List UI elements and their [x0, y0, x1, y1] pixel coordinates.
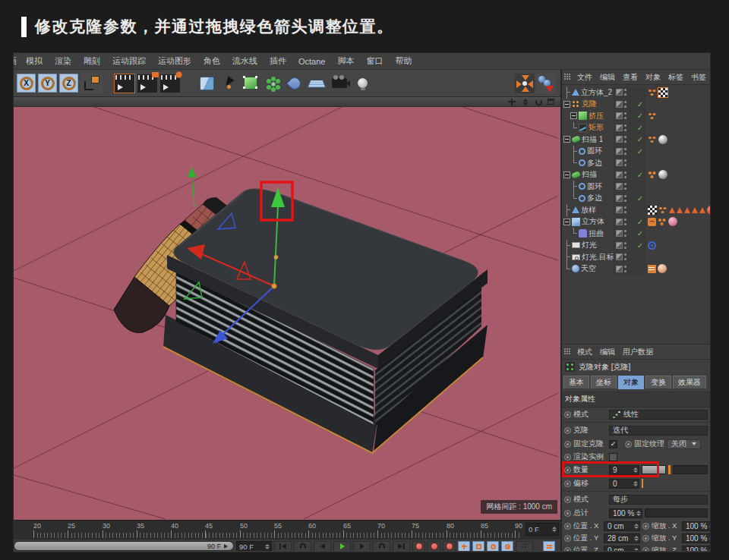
scale-y-field[interactable]: 100 % [682, 533, 710, 543]
enable-toggle[interactable] [636, 181, 645, 193]
current-frame-field[interactable]: 0 F [525, 523, 559, 536]
tree-item-cube-2[interactable]: 立方体_2 [562, 87, 710, 99]
enable-toggle[interactable] [636, 146, 645, 158]
keyframe-circle-icon[interactable] [564, 480, 571, 487]
zoom-icon[interactable] [522, 99, 530, 105]
scale-x-field[interactable]: 100 % [682, 521, 710, 531]
y-axis-lock-button[interactable]: Y [38, 74, 57, 93]
keyframe-circle-icon[interactable] [564, 547, 571, 552]
tree-item-circle-2[interactable]: 圆环 [562, 181, 710, 193]
om-menu-bookmarks[interactable]: 书签 [687, 72, 710, 83]
keyframe-circle-icon[interactable] [625, 441, 632, 448]
count-slider-handle[interactable] [668, 465, 671, 474]
phong-tag[interactable] [648, 218, 656, 226]
spinner-icon[interactable] [264, 544, 269, 549]
visibility-toggles[interactable] [614, 99, 636, 111]
enable-toggle[interactable] [636, 110, 645, 122]
step-mode-dropdown[interactable]: 每步 [609, 495, 708, 505]
collapse-icon[interactable] [570, 112, 577, 119]
tree-item-sweep-1[interactable]: 扫描 1 [562, 134, 710, 146]
spinner-icon[interactable] [632, 481, 637, 486]
triangle-tag[interactable] [692, 207, 698, 213]
visibility-toggles[interactable] [614, 228, 636, 240]
compositing-tag[interactable] [648, 265, 656, 273]
keyframe-circle-icon[interactable] [564, 535, 571, 542]
mode-dropdown[interactable]: 线性 [609, 410, 708, 420]
collapse-icon[interactable] [563, 171, 570, 178]
count-slider-fill[interactable] [642, 465, 666, 474]
spinner-icon[interactable] [551, 527, 556, 532]
enable-toggle[interactable] [636, 251, 645, 263]
om-menu-file[interactable]: 文件 [573, 72, 596, 83]
render-view-button[interactable] [115, 74, 134, 93]
key-rotation-toggle[interactable] [487, 541, 499, 551]
material-tag[interactable] [658, 135, 667, 144]
pos-x-field[interactable]: 0 cm [604, 521, 640, 531]
keyframe-selection-button[interactable] [443, 541, 456, 551]
keyframe-circle-icon[interactable] [564, 411, 571, 418]
goto-end-button[interactable] [393, 541, 410, 551]
spinner-icon[interactable] [708, 524, 710, 529]
prev-frame-button[interactable] [314, 541, 331, 551]
visibility-toggles[interactable] [614, 157, 636, 169]
enable-toggle[interactable] [636, 122, 645, 134]
z-axis-lock-button[interactable]: Z [59, 74, 78, 93]
menu-item-help[interactable]: 帮助 [389, 55, 418, 67]
visibility-toggles[interactable] [614, 181, 636, 193]
viewport[interactable]: 网格间距 : 1000 cm [14, 107, 560, 520]
enable-toggle[interactable] [636, 134, 645, 146]
texture-tag[interactable] [648, 206, 657, 215]
loop-back-button[interactable] [294, 541, 311, 551]
material-tag[interactable] [707, 206, 710, 215]
tree-item-sweep-2[interactable]: 扫描 [562, 169, 710, 181]
tree-item-circle-1[interactable]: 圆环 [562, 146, 710, 158]
om-menu-objects[interactable]: 对象 [642, 72, 664, 83]
enable-toggle[interactable] [636, 193, 645, 205]
triangle-tag[interactable] [699, 207, 705, 213]
triangle-tag[interactable] [669, 207, 675, 213]
count-field[interactable]: 9 [609, 465, 639, 475]
tree-item-clone[interactable]: 克隆 [562, 99, 710, 111]
material-tag[interactable] [658, 264, 667, 273]
tab-effectors[interactable]: 效果器 [673, 376, 706, 389]
spinner-icon[interactable] [633, 548, 638, 552]
tab-object[interactable]: 对象 [618, 376, 644, 389]
menu-item-render[interactable]: 渲染 [49, 55, 77, 67]
mograph-dots-tag[interactable] [658, 206, 667, 214]
tree-item-sky[interactable]: 天空 [562, 263, 710, 275]
key-position-toggle[interactable] [458, 541, 470, 551]
panel-grip-icon[interactable] [564, 74, 572, 81]
menu-item-motion-tracking[interactable]: 运动跟踪 [106, 55, 152, 67]
center-axis-button[interactable] [515, 74, 535, 93]
visibility-toggles[interactable] [614, 146, 636, 158]
enable-toggle[interactable] [636, 240, 645, 252]
goto-start-button[interactable] [274, 541, 292, 551]
am-menu-userdata[interactable]: 用户数据 [619, 347, 657, 357]
next-frame-button[interactable] [353, 541, 371, 551]
visibility-toggles[interactable] [614, 216, 636, 228]
key-scale-toggle[interactable] [472, 541, 484, 551]
add-camera-button[interactable] [329, 73, 350, 94]
render-settings-button[interactable] [160, 74, 180, 93]
material-tag[interactable] [668, 217, 677, 226]
tree-item-rectangle[interactable]: 矩形 [562, 122, 710, 134]
mograph-dots-tag[interactable] [648, 136, 657, 143]
enable-toggle[interactable] [636, 169, 645, 181]
pos-z-field[interactable]: 0 cm [604, 546, 640, 552]
spinner-icon[interactable] [635, 511, 640, 516]
render-picture-viewer-button[interactable] [137, 74, 157, 93]
autokey-button[interactable] [428, 541, 440, 551]
collapse-icon[interactable] [563, 136, 570, 143]
key-parameter-toggle[interactable] [501, 541, 513, 551]
tab-transform[interactable]: 变换 [645, 376, 671, 389]
menu-item-simulate[interactable]: 模拟 [20, 55, 49, 67]
texture-tag[interactable] [658, 88, 667, 97]
enable-toggle[interactable] [636, 99, 645, 111]
menu-item-character[interactable]: 角色 [197, 55, 226, 67]
play-button[interactable] [333, 541, 351, 551]
keyframe-circle-icon[interactable] [564, 441, 571, 448]
pos-y-field[interactable]: 28 cm [604, 533, 640, 543]
visibility-toggles[interactable] [614, 122, 636, 134]
add-environment-button[interactable] [285, 73, 305, 94]
tree-item-ngon-2[interactable]: 多边 [562, 193, 710, 205]
